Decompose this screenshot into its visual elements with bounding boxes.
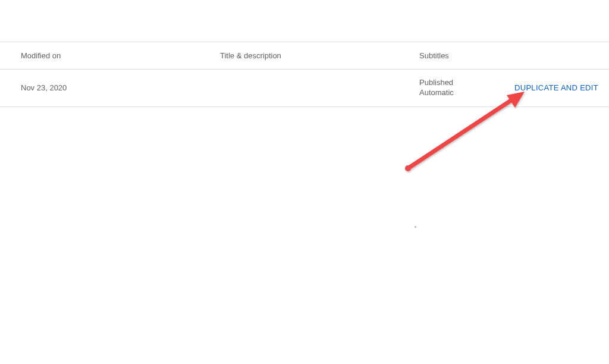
svg-point-2 xyxy=(405,165,411,171)
subtitle-status-published: Published xyxy=(419,78,514,88)
table-row[interactable]: Nov 23, 2020 Published Automatic DUPLICA… xyxy=(0,70,609,107)
header-title-description: Title & description xyxy=(220,51,419,60)
header-action xyxy=(514,51,609,60)
header-subtitles: Subtitles xyxy=(419,51,514,60)
subtitle-status-automatic: Automatic xyxy=(419,88,514,98)
table-header-row: Modified on Title & description Subtitle… xyxy=(0,42,609,70)
svg-line-0 xyxy=(408,97,516,168)
header-modified-on: Modified on xyxy=(0,51,220,60)
decorative-dot xyxy=(415,226,416,228)
cell-modified-date: Nov 23, 2020 xyxy=(0,83,220,92)
cell-action: DUPLICATE AND EDIT xyxy=(514,83,609,92)
subtitles-table: Modified on Title & description Subtitle… xyxy=(0,42,609,107)
cell-subtitle-status: Published Automatic xyxy=(419,78,514,98)
duplicate-and-edit-button[interactable]: DUPLICATE AND EDIT xyxy=(514,83,598,92)
